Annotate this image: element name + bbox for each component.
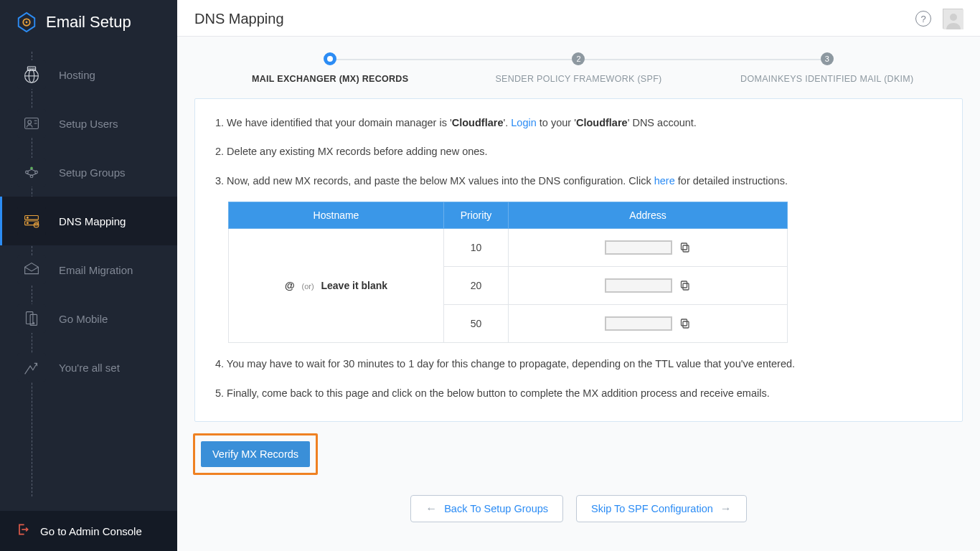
here-link[interactable]: here bbox=[654, 175, 675, 187]
brand-icon bbox=[16, 11, 37, 33]
svg-point-26 bbox=[33, 323, 34, 324]
sidebar-item-setup-groups[interactable]: Setup Groups bbox=[0, 148, 177, 197]
svg-point-11 bbox=[30, 167, 33, 170]
button-label: Back To Setup Groups bbox=[444, 503, 548, 514]
sidebar-item-label: Setup Users bbox=[59, 118, 118, 130]
svg-rect-32 bbox=[682, 281, 687, 288]
step-dot: 3 bbox=[821, 52, 834, 65]
instructions-panel: 1. We have identified that your domain m… bbox=[194, 98, 963, 422]
svg-line-17 bbox=[27, 174, 32, 176]
svg-rect-33 bbox=[683, 321, 689, 328]
sidebar-item-label: Email Migration bbox=[59, 264, 133, 276]
address-redacted bbox=[605, 316, 672, 331]
stepper: MAIL EXCHANGER (MX) RECORDS 2 SENDER POL… bbox=[177, 37, 980, 91]
step-spf[interactable]: 2 SENDER POLICY FRAMEWORK (SPF) bbox=[454, 52, 702, 84]
main: DNS Mapping ? MAIL EXCHANGER (MX) RECORD… bbox=[177, 0, 980, 551]
app-title: Email Setup bbox=[46, 13, 131, 32]
sidebar-item-email-migration[interactable]: Email Migration bbox=[0, 245, 177, 294]
svg-line-18 bbox=[32, 174, 37, 176]
step-dot-active bbox=[324, 52, 336, 65]
th-priority: Priority bbox=[444, 202, 509, 229]
copy-icon[interactable] bbox=[679, 242, 691, 253]
sidebar-item-label: You're all set bbox=[59, 362, 120, 374]
instruction-1: 1. We have identified that your domain m… bbox=[215, 115, 942, 131]
verify-highlight: Verify MX Records bbox=[193, 433, 318, 475]
svg-text:WWW: WWW bbox=[28, 67, 36, 70]
svg-point-8 bbox=[28, 121, 32, 124]
table-row: @ (or) Leave it blank 10 bbox=[229, 229, 788, 267]
step-mx[interactable]: MAIL EXCHANGER (MX) RECORDS bbox=[206, 52, 454, 84]
bottom-actions: ← Back To Setup Groups Skip To SPF Confi… bbox=[177, 495, 980, 522]
address-cell bbox=[509, 229, 788, 267]
step-label: SENDER POLICY FRAMEWORK (SPF) bbox=[454, 74, 702, 84]
arrow-left-icon: ← bbox=[425, 503, 437, 514]
instruction-4: 4. You may have to wait for 30 minutes t… bbox=[215, 356, 942, 372]
sidebar-item-label: Hosting bbox=[59, 69, 95, 81]
groups-icon bbox=[17, 158, 46, 187]
svg-rect-34 bbox=[682, 319, 687, 326]
th-hostname: Hostname bbox=[229, 202, 444, 229]
hostname-cell: @ (or) Leave it blank bbox=[229, 229, 444, 343]
svg-rect-31 bbox=[683, 283, 689, 290]
sidebar: Email Setup WWW Hosting Setup Users Setu… bbox=[0, 0, 177, 551]
instruction-2: 2. Delete any existing MX records before… bbox=[215, 143, 942, 159]
sidebar-nav: WWW Hosting Setup Users Setup Groups bbox=[0, 46, 177, 511]
copy-icon[interactable] bbox=[679, 280, 691, 291]
sidebar-item-label: Go Mobile bbox=[59, 313, 108, 325]
address-redacted bbox=[605, 278, 672, 293]
step-label: MAIL EXCHANGER (MX) RECORDS bbox=[206, 74, 454, 84]
svg-rect-29 bbox=[683, 245, 689, 252]
avatar[interactable] bbox=[943, 9, 963, 29]
envelope-icon bbox=[17, 255, 46, 284]
exit-icon bbox=[16, 522, 30, 540]
login-link[interactable]: Login bbox=[511, 117, 536, 128]
address-cell bbox=[509, 267, 788, 305]
svg-line-15 bbox=[27, 169, 32, 171]
svg-point-21 bbox=[27, 217, 28, 218]
sidebar-item-dns-mapping[interactable]: DNS Mapping bbox=[0, 197, 177, 245]
sidebar-item-all-set[interactable]: You're all set bbox=[0, 343, 177, 392]
svg-rect-24 bbox=[27, 312, 33, 324]
step-dkim[interactable]: 3 DOMAINKEYS IDENTIFIED MAIL (DKIM) bbox=[703, 52, 951, 84]
sidebar-item-go-mobile[interactable]: Go Mobile bbox=[0, 294, 177, 343]
step-dot: 2 bbox=[572, 52, 585, 65]
sidebar-item-label: DNS Mapping bbox=[59, 215, 126, 227]
instruction-5: 5. Finally, come back to this page and c… bbox=[215, 385, 942, 401]
address-redacted bbox=[605, 240, 672, 255]
mx-records-table: Hostname Priority Address @ (or) Leave i… bbox=[228, 202, 788, 343]
svg-line-16 bbox=[32, 169, 37, 171]
users-icon bbox=[17, 109, 46, 138]
topbar: DNS Mapping ? bbox=[177, 0, 980, 37]
svg-rect-30 bbox=[682, 243, 687, 250]
mobile-icon bbox=[17, 304, 46, 333]
server-icon bbox=[17, 207, 46, 235]
verify-mx-button[interactable]: Verify MX Records bbox=[201, 441, 310, 467]
svg-point-28 bbox=[950, 14, 957, 21]
sidebar-item-setup-users[interactable]: Setup Users bbox=[0, 99, 177, 148]
back-to-groups-button[interactable]: ← Back To Setup Groups bbox=[410, 495, 563, 522]
page-title: DNS Mapping bbox=[194, 11, 284, 27]
priority-cell: 20 bbox=[444, 267, 509, 305]
skip-to-spf-button[interactable]: Skip To SPF Configuration → bbox=[576, 495, 747, 522]
sidebar-footer-admin-console[interactable]: Go to Admin Console bbox=[0, 511, 177, 551]
arrow-right-icon: → bbox=[720, 503, 732, 514]
instruction-3: 3. Now, add new MX records, and paste th… bbox=[215, 173, 942, 189]
priority-cell: 10 bbox=[444, 229, 509, 267]
button-label: Skip To SPF Configuration bbox=[591, 503, 713, 514]
address-cell bbox=[509, 305, 788, 343]
content: MAIL EXCHANGER (MX) RECORDS 2 SENDER POL… bbox=[177, 37, 980, 551]
step-label: DOMAINKEYS IDENTIFIED MAIL (DKIM) bbox=[703, 74, 951, 84]
flag-icon bbox=[17, 353, 46, 382]
sidebar-item-hosting[interactable]: WWW Hosting bbox=[0, 50, 177, 99]
priority-cell: 50 bbox=[444, 305, 509, 343]
svg-point-1 bbox=[26, 22, 28, 24]
help-icon[interactable]: ? bbox=[915, 11, 931, 27]
sidebar-item-label: Setup Groups bbox=[59, 166, 126, 179]
sidebar-header: Email Setup bbox=[0, 0, 177, 46]
th-address: Address bbox=[509, 202, 788, 229]
sidebar-footer-label: Go to Admin Console bbox=[40, 525, 142, 537]
copy-icon[interactable] bbox=[679, 318, 691, 329]
svg-point-22 bbox=[27, 222, 28, 224]
globe-icon: WWW bbox=[17, 60, 46, 89]
